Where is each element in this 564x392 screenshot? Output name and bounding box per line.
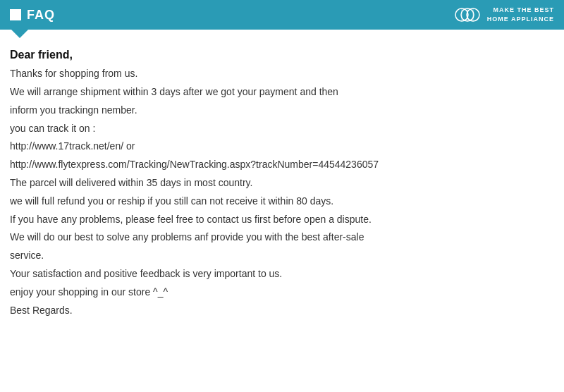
page-header: FAQ MAKE THE BEST HOME APPLIANCE <box>0 0 564 30</box>
message-body: Thanks for shopping from us.We will arra… <box>10 66 554 319</box>
message-line: If you have any problems, please feel fr… <box>10 212 554 228</box>
message-line: you can track it on : <box>10 121 554 137</box>
brand-text: MAKE THE BEST HOME APPLIANCE <box>487 6 554 23</box>
header-title: FAQ <box>27 8 55 23</box>
greeting-text: Dear friend, <box>10 45 554 64</box>
header-left: FAQ <box>10 8 55 23</box>
header-triangle <box>10 28 30 38</box>
brand-line2: HOME APPLIANCE <box>487 15 554 24</box>
message-line: Thanks for shopping from us. <box>10 66 554 82</box>
message-line: service. <box>10 247 554 264</box>
brand-logo <box>455 6 480 24</box>
message-line: Best Regards. <box>10 302 554 319</box>
header-square-icon <box>10 9 21 20</box>
main-content: Dear friend, Thanks for shopping from us… <box>0 30 564 330</box>
message-line: We will arrange shipment within 3 days a… <box>10 84 554 101</box>
message-line: http://www.flytexpress.com/Tracking/NewT… <box>10 157 554 173</box>
message-line: enjoy your shopping in our store ^_^ <box>10 284 554 301</box>
message-line: We will do our best to solve any problem… <box>10 229 554 246</box>
header-right: MAKE THE BEST HOME APPLIANCE <box>455 6 554 24</box>
message-line: Your satisfaction and positive feedback … <box>10 266 554 283</box>
message-line: we will full refund you or reship if you… <box>10 193 554 210</box>
message-line: inform you trackingn nember. <box>10 102 554 119</box>
message-line: The parcel will delivered within 35 days… <box>10 175 554 192</box>
message-line: http://www.17track.net/en/ or <box>10 138 554 155</box>
brand-line1: MAKE THE BEST <box>487 6 554 15</box>
logo-svg-icon <box>455 6 480 24</box>
